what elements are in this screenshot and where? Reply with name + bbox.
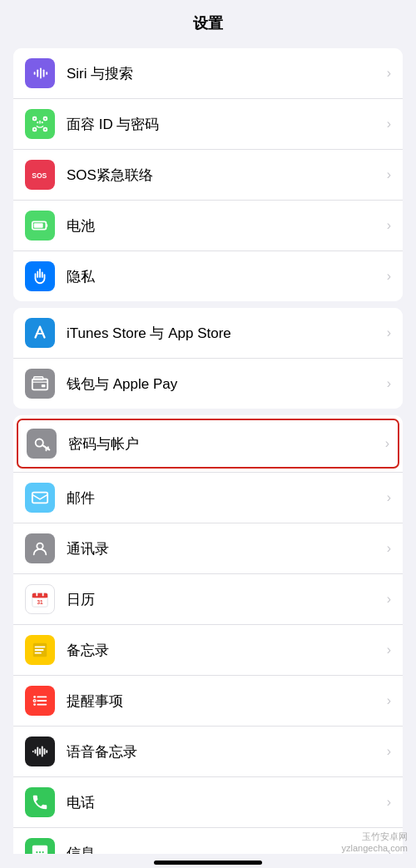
faceid-label: 面容 ID 与密码 — [67, 115, 382, 134]
calendar-label: 日历 — [67, 590, 382, 609]
settings-group-3: 密码与帐户 › 邮件 › 通讯录 › — [13, 415, 403, 868]
faceid-chevron: › — [387, 117, 391, 131]
svg-rect-17 — [32, 379, 47, 390]
wallet-row[interactable]: 钱包与 Apple Pay › — [13, 359, 403, 409]
svg-rect-14 — [46, 224, 47, 227]
key-icon — [27, 429, 57, 459]
svg-rect-4 — [46, 72, 47, 75]
svg-rect-24 — [32, 493, 47, 503]
contacts-chevron: › — [387, 541, 391, 556]
watermark-line2: yzlangecha.com — [342, 843, 409, 853]
svg-text:SOS: SOS — [32, 171, 47, 180]
faceid-icon — [25, 109, 55, 139]
svg-point-51 — [42, 851, 44, 853]
mail-row[interactable]: 邮件 › — [13, 473, 403, 523]
phone-icon — [25, 787, 55, 817]
svg-rect-6 — [44, 117, 47, 121]
privacy-chevron: › — [387, 269, 391, 284]
home-indicator-bar — [0, 854, 416, 868]
itunes-chevron: › — [387, 325, 391, 340]
watermark: 玉竹安卓网 yzlangecha.com — [342, 831, 409, 853]
phone-row[interactable]: 电话 › — [13, 777, 403, 828]
notes-icon — [25, 635, 55, 665]
sos-icon: SOS — [25, 160, 55, 190]
siri-icon — [25, 58, 55, 88]
privacy-icon — [25, 261, 55, 291]
passwords-row[interactable]: 密码与帐户 › — [17, 419, 399, 469]
itunes-row[interactable]: iTunes Store 与 App Store › — [13, 308, 403, 359]
sos-label: SOS紧急联络 — [67, 166, 382, 185]
phone-chevron: › — [387, 795, 391, 810]
siri-chevron: › — [387, 66, 391, 81]
svg-point-38 — [33, 700, 36, 702]
svg-rect-28 — [32, 596, 47, 598]
svg-rect-15 — [34, 223, 43, 228]
battery-row[interactable]: 电池 › — [13, 201, 403, 251]
svg-point-49 — [36, 851, 37, 853]
svg-rect-45 — [39, 748, 41, 754]
battery-label: 电池 — [67, 216, 382, 236]
calendar-chevron: › — [387, 592, 391, 607]
wallet-chevron: › — [387, 376, 391, 391]
voicememos-icon — [25, 737, 55, 766]
siri-label: Siri 与搜索 — [67, 64, 382, 83]
contacts-label: 通讯录 — [67, 539, 382, 558]
appstore-icon — [25, 318, 55, 348]
settings-group-1: Siri 与搜索 › 面容 ID 与密码 › SOS SOS紧急联 — [13, 48, 403, 301]
watermark-line1: 玉竹安卓网 — [342, 831, 409, 843]
settings-group-2: iTunes Store 与 App Store › 钱包与 Apple Pay… — [13, 308, 403, 409]
reminders-label: 提醒事项 — [67, 692, 382, 711]
passwords-highlighted-container: 密码与帐户 › — [13, 415, 403, 473]
contacts-row[interactable]: 通讯录 › — [13, 523, 403, 574]
phone-label: 电话 — [67, 793, 382, 812]
sos-row[interactable]: SOS SOS紧急联络 › — [13, 150, 403, 201]
wallet-icon — [25, 369, 55, 399]
privacy-label: 隐私 — [67, 267, 382, 286]
svg-rect-0 — [34, 72, 36, 75]
itunes-label: iTunes Store 与 App Store — [67, 324, 382, 343]
passwords-label: 密码与帐户 — [68, 434, 380, 454]
calendar-icon: 31 — [25, 584, 55, 614]
svg-rect-1 — [37, 69, 38, 77]
reminders-icon — [25, 686, 55, 716]
notes-label: 备忘录 — [67, 641, 382, 660]
voicememos-label: 语音备忘录 — [67, 742, 382, 761]
svg-rect-44 — [37, 747, 38, 756]
siri-row[interactable]: Siri 与搜索 › — [13, 48, 403, 99]
notes-chevron: › — [387, 642, 391, 657]
svg-rect-43 — [35, 749, 37, 754]
svg-point-40 — [33, 703, 36, 706]
faceid-row[interactable]: 面容 ID 与密码 › — [13, 99, 403, 150]
svg-point-9 — [37, 122, 38, 123]
wallet-label: 钱包与 Apple Pay — [67, 374, 382, 394]
svg-point-25 — [37, 543, 42, 549]
mail-chevron: › — [387, 490, 391, 505]
svg-point-10 — [42, 122, 43, 123]
svg-rect-2 — [40, 68, 42, 79]
svg-rect-7 — [33, 128, 37, 131]
svg-rect-48 — [46, 750, 47, 753]
mail-label: 邮件 — [67, 489, 382, 508]
reminders-row[interactable]: 提醒事项 › — [13, 676, 403, 727]
svg-rect-5 — [33, 117, 37, 121]
svg-rect-42 — [32, 751, 34, 752]
mail-icon — [25, 483, 55, 513]
passwords-chevron: › — [385, 436, 389, 451]
svg-point-50 — [39, 851, 41, 853]
contacts-icon — [25, 533, 55, 563]
svg-text:31: 31 — [37, 599, 43, 605]
voicememos-row[interactable]: 语音备忘录 › — [13, 727, 403, 777]
battery-chevron: › — [387, 218, 391, 233]
calendar-row[interactable]: 31 日历 › — [13, 574, 403, 625]
svg-rect-19 — [34, 377, 43, 380]
reminders-chevron: › — [387, 693, 391, 708]
privacy-row[interactable]: 隐私 › — [13, 251, 403, 301]
voicememos-chevron: › — [387, 744, 391, 759]
home-indicator — [154, 861, 262, 865]
page-title: 设置 — [0, 0, 416, 42]
svg-rect-18 — [42, 384, 46, 387]
svg-rect-3 — [43, 69, 45, 77]
svg-rect-47 — [44, 748, 46, 754]
notes-row[interactable]: 备忘录 › — [13, 625, 403, 676]
svg-rect-8 — [44, 128, 47, 131]
